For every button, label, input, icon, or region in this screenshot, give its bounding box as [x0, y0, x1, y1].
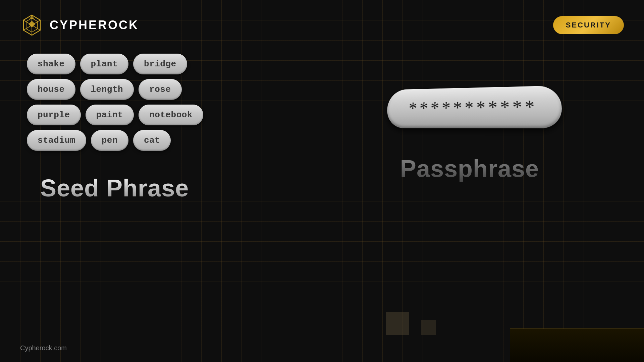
word-row-4: stadium pen cat — [27, 130, 203, 151]
passphrase-label: Passphrase — [400, 155, 539, 182]
deco-square-1 — [386, 312, 409, 335]
deco-square-2 — [421, 320, 436, 335]
word-chip-stadium: stadium — [27, 130, 86, 151]
word-chip-house: house — [27, 79, 75, 100]
logo-text: CYPHEROCK — [50, 18, 139, 32]
seed-phrase-section: shake plant bridge house length rose pur… — [27, 54, 322, 202]
logo-icon — [20, 13, 44, 37]
word-chip-plant: plant — [80, 54, 129, 74]
word-chip-purple: purple — [27, 105, 81, 125]
header: CYPHEROCK SECURITY — [0, 13, 644, 37]
seed-phrase-label: Seed Phrase — [27, 174, 189, 202]
word-chip-bridge: bridge — [133, 54, 187, 74]
word-chip-cat: cat — [133, 130, 171, 151]
password-field: *********** — [386, 85, 564, 128]
bottom-decorations — [476, 295, 644, 362]
word-chip-shake: shake — [27, 54, 75, 74]
logo-area: CYPHEROCK — [20, 13, 139, 37]
word-chip-notebook: notebook — [139, 105, 203, 125]
word-row-3: purple paint notebook — [27, 105, 203, 125]
footer: Cypherock.com — [20, 344, 67, 352]
website-text: Cypherock.com — [20, 344, 67, 352]
word-chip-paint: paint — [86, 105, 134, 125]
passphrase-section: *********** Passphrase — [322, 54, 617, 182]
word-chip-pen: pen — [91, 130, 128, 151]
word-chip-rose: rose — [139, 79, 181, 100]
deco-panel — [510, 328, 644, 362]
security-badge: SECURITY — [553, 16, 624, 34]
word-chip-length: length — [80, 79, 134, 100]
word-row-2: house length rose — [27, 79, 203, 100]
word-grid: shake plant bridge house length rose pur… — [27, 54, 203, 151]
word-row-1: shake plant bridge — [27, 54, 203, 74]
